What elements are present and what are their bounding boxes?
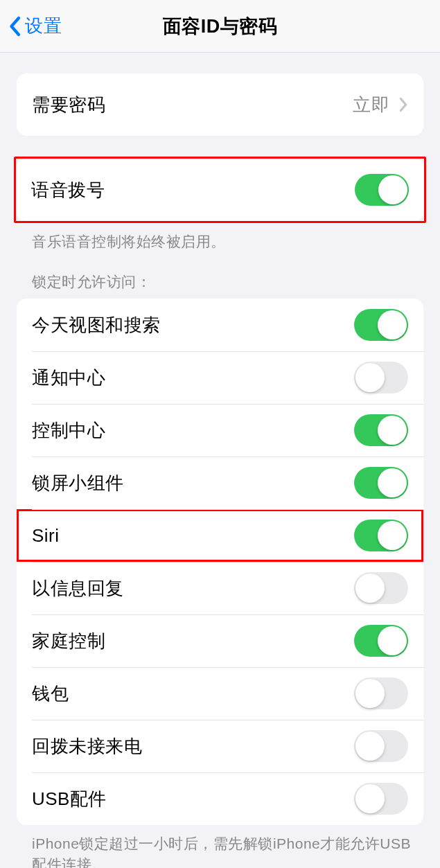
locked-item-row: 回拨未接来电 xyxy=(17,720,423,772)
passcode-group: 需要密码 立即 xyxy=(17,73,423,136)
highlight-box: 语音拨号 xyxy=(14,157,426,223)
locked-item-row: Siri xyxy=(17,509,423,562)
locked-item-label: 回拨未接来电 xyxy=(32,734,142,759)
locked-item-toggle[interactable] xyxy=(354,572,408,604)
require-passcode-row[interactable]: 需要密码 立即 xyxy=(17,73,423,136)
page-title: 面容ID与密码 xyxy=(163,14,278,39)
back-label: 设置 xyxy=(25,14,62,38)
back-button[interactable]: 设置 xyxy=(7,14,62,38)
voice-dial-label: 语音拨号 xyxy=(31,178,105,202)
locked-item-row: 今天视图和搜索 xyxy=(17,299,423,351)
locked-item-toggle[interactable] xyxy=(354,625,408,657)
voice-dial-row: 语音拨号 xyxy=(16,159,424,221)
locked-item-toggle[interactable] xyxy=(354,520,408,551)
locked-item-toggle[interactable] xyxy=(354,362,408,393)
chevron-left-icon xyxy=(7,15,22,37)
toggle-knob xyxy=(378,175,407,204)
toggle-knob xyxy=(378,521,407,550)
toggle-knob xyxy=(355,784,385,813)
locked-item-label: 控制中心 xyxy=(32,418,105,443)
voice-dial-footnote: 音乐语音控制将始终被启用。 xyxy=(32,231,423,251)
toggle-knob xyxy=(378,626,407,655)
locked-item-label: 家庭控制 xyxy=(32,629,105,653)
locked-item-row: USB配件 xyxy=(17,772,423,825)
locked-item-row: 锁屏小组件 xyxy=(17,457,423,509)
locked-item-toggle[interactable] xyxy=(354,730,408,762)
usb-footnote: iPhone锁定超过一小时后，需先解锁iPhone才能允许USB配件连接。 xyxy=(32,833,412,868)
locked-item-label: 钱包 xyxy=(32,682,69,706)
row-right: 立即 xyxy=(353,93,408,117)
toggle-knob xyxy=(355,574,385,603)
toggle-knob xyxy=(378,310,407,339)
chevron-right-icon xyxy=(398,97,408,112)
content: 需要密码 立即 语音拨号 音乐语音控制将始终被启用。 锁定时允许访问： 今天 xyxy=(0,73,440,868)
voice-dial-highlight: 语音拨号 xyxy=(14,157,426,223)
toggle-knob xyxy=(355,363,385,392)
locked-item-label: 通知中心 xyxy=(32,366,105,390)
toggle-knob xyxy=(378,468,407,497)
locked-item-row: 通知中心 xyxy=(17,351,423,404)
toggle-knob xyxy=(355,679,385,708)
locked-item-row: 家庭控制 xyxy=(17,614,423,667)
locked-item-toggle[interactable] xyxy=(354,467,408,499)
toggle-knob xyxy=(378,416,407,445)
voice-dial-toggle[interactable] xyxy=(355,174,409,206)
locked-item-toggle[interactable] xyxy=(354,783,408,815)
locked-item-label: 锁屏小组件 xyxy=(32,471,124,495)
locked-item-label: 今天视图和搜索 xyxy=(32,313,161,337)
toggle-knob xyxy=(355,732,385,761)
locked-item-toggle[interactable] xyxy=(354,309,408,341)
locked-item-row: 钱包 xyxy=(17,667,423,720)
locked-item-label: 以信息回复 xyxy=(32,576,124,601)
locked-item-label: USB配件 xyxy=(32,787,107,811)
navbar: 设置 面容ID与密码 xyxy=(0,0,440,53)
require-passcode-value: 立即 xyxy=(353,93,390,117)
locked-item-toggle[interactable] xyxy=(354,414,408,446)
require-passcode-label: 需要密码 xyxy=(32,93,105,117)
locked-item-label: Siri xyxy=(32,525,60,547)
locked-section-header: 锁定时允许访问： xyxy=(32,272,423,292)
locked-item-toggle[interactable] xyxy=(354,677,408,709)
locked-item-row: 以信息回复 xyxy=(17,562,423,614)
locked-access-group: 今天视图和搜索通知中心控制中心锁屏小组件Siri以信息回复家庭控制钱包回拨未接来… xyxy=(17,299,423,825)
voice-dial-group: 语音拨号 xyxy=(16,159,424,221)
locked-item-row: 控制中心 xyxy=(17,404,423,457)
